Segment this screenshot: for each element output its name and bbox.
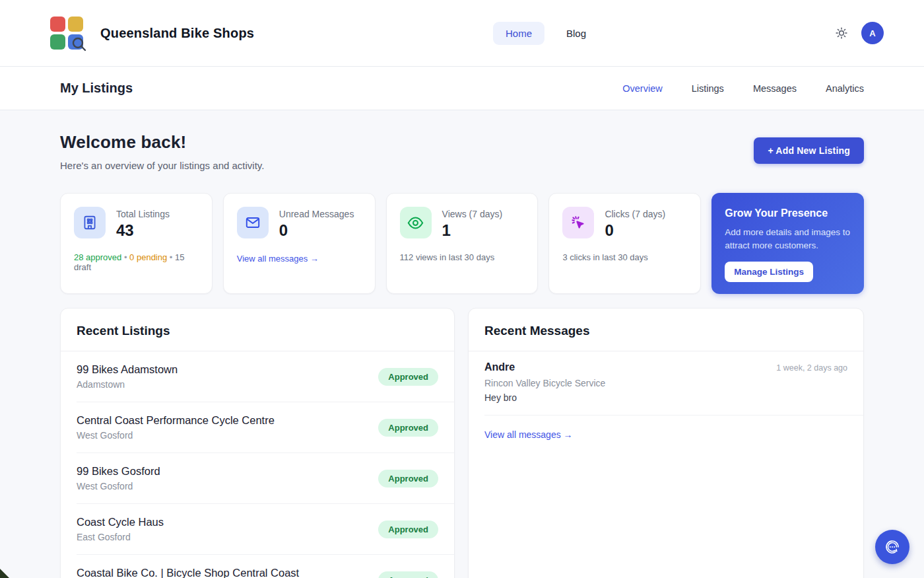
view-all-messages-link[interactable]: View all messages →: [484, 429, 573, 440]
main-content: Welcome back! Here's an overview of your…: [60, 132, 864, 578]
pending-count: 0 pending: [129, 252, 167, 262]
tab-overview[interactable]: Overview: [622, 83, 662, 94]
chat-widget-button[interactable]: [875, 530, 909, 564]
mail-icon: [237, 207, 269, 238]
stat-value: 43: [116, 221, 170, 240]
stat-label: Views (7 days): [442, 207, 503, 219]
stat-value: 0: [605, 221, 665, 240]
messages-footer: View all messages →: [469, 415, 863, 454]
promo-body: Add more details and images to attract m…: [725, 226, 852, 253]
app-header: Queensland Bike Shops Home Blog A: [0, 0, 924, 67]
status-badge: Approved: [378, 521, 438, 538]
listing-name: Coastal Bike Co. | Bicycle Shop Central …: [77, 567, 299, 578]
tab-analytics[interactable]: Analytics: [826, 83, 864, 94]
magnifier-icon: [71, 36, 87, 52]
stat-card-views: Views (7 days) 1 112 views in last 30 da…: [386, 193, 539, 294]
listing-row[interactable]: 99 Bikes Adamstown Adamstown Approved: [77, 351, 454, 402]
message-row[interactable]: Andre 1 week, 2 days ago Rincon Valley B…: [484, 351, 863, 415]
main-nav: Home Blog: [493, 0, 599, 66]
status-badge: Approved: [378, 571, 438, 578]
separator-dot: •: [124, 252, 127, 262]
stat-value: 1: [442, 221, 503, 240]
theme-toggle-sun-icon[interactable]: [834, 26, 849, 40]
section-header: My Listings Overview Listings Messages A…: [0, 67, 924, 110]
logo-green-square: [50, 34, 65, 50]
building-icon: [74, 207, 106, 238]
eye-icon: [400, 207, 432, 238]
status-badge: Approved: [378, 470, 438, 488]
tab-messages[interactable]: Messages: [753, 83, 797, 94]
welcome-title: Welcome back!: [60, 132, 264, 153]
stats-row: Total Listings 43 28 approved • 0 pendin…: [60, 193, 864, 294]
recent-listings-title: Recent Listings: [77, 324, 170, 338]
stat-card-unread-messages: Unread Messages 0 View all messages →: [223, 193, 376, 294]
listing-name: 99 Bikes Adamstown: [77, 363, 178, 376]
separator-dot: •: [170, 252, 173, 262]
welcome-section: Welcome back! Here's an overview of your…: [60, 132, 864, 171]
grow-presence-card: Grow Your Presence Add more details and …: [711, 193, 864, 294]
stat-meta: 3 clicks in last 30 days: [562, 252, 687, 262]
brand-title: Queensland Bike Shops: [100, 26, 254, 41]
listing-name: Central Coast Performance Cycle Centre: [77, 414, 275, 427]
message-listing: Rincon Valley Bicycle Service: [484, 378, 847, 388]
tab-listings[interactable]: Listings: [692, 83, 724, 94]
listing-row[interactable]: Central Coast Performance Cycle Centre W…: [77, 402, 454, 453]
stat-value: 0: [279, 221, 354, 240]
listing-location: Adamstown: [77, 379, 178, 390]
message-preview: Hey bro: [484, 392, 847, 403]
status-badge: Approved: [378, 368, 438, 386]
cursor-artifact: [0, 569, 9, 578]
recent-messages-header: Recent Messages: [469, 308, 863, 351]
stat-label: Clicks (7 days): [605, 207, 665, 219]
brand-logo[interactable]: [50, 14, 86, 52]
welcome-text: Welcome back! Here's an overview of your…: [60, 132, 264, 171]
listing-row[interactable]: Coastal Bike Co. | Bicycle Shop Central …: [77, 555, 454, 578]
listing-location: East Gosford: [77, 532, 164, 542]
listing-name: Coast Cycle Haus: [77, 516, 164, 528]
bottom-panels: Recent Listings 99 Bikes Adamstown Adams…: [60, 308, 864, 578]
chat-icon: [883, 538, 902, 556]
recent-listings-panel: Recent Listings 99 Bikes Adamstown Adams…: [60, 308, 455, 578]
approved-count: 28 approved: [74, 252, 121, 262]
cursor-click-icon: [562, 207, 594, 238]
promo-title: Grow Your Presence: [725, 207, 852, 219]
status-badge: Approved: [378, 419, 438, 437]
page-title: My Listings: [60, 81, 133, 96]
listing-row[interactable]: Coast Cycle Haus East Gosford Approved: [77, 504, 454, 555]
nav-item-blog[interactable]: Blog: [554, 22, 599, 45]
stat-breakdown: 28 approved • 0 pending • 15 draft: [74, 252, 199, 272]
message-time: 1 week, 2 days ago: [776, 363, 847, 373]
message-sender: Andre: [484, 361, 515, 373]
add-new-listing-button[interactable]: + Add New Listing: [754, 137, 864, 164]
nav-item-home[interactable]: Home: [493, 22, 544, 45]
user-avatar[interactable]: A: [861, 22, 884, 44]
listing-row[interactable]: 99 Bikes Gosford West Gosford Approved: [77, 453, 454, 504]
stat-label: Unread Messages: [279, 207, 354, 219]
listing-location: West Gosford: [77, 430, 275, 441]
logo-yellow-square: [68, 17, 83, 32]
header-actions: A: [834, 22, 884, 44]
recent-listings-header: Recent Listings: [61, 308, 454, 351]
listing-name: 99 Bikes Gosford: [77, 465, 160, 478]
manage-listings-button[interactable]: Manage Listings: [725, 262, 813, 282]
recent-messages-title: Recent Messages: [484, 324, 589, 338]
stat-meta: 112 views in last 30 days: [400, 252, 525, 262]
listing-location: West Gosford: [77, 481, 160, 491]
welcome-subtitle: Here's an overview of your listings and …: [60, 160, 264, 171]
stat-card-clicks: Clicks (7 days) 0 3 clicks in last 30 da…: [548, 193, 701, 294]
section-tabs: Overview Listings Messages Analytics: [622, 83, 864, 94]
view-all-messages-link[interactable]: View all messages →: [237, 254, 319, 264]
stat-card-total-listings: Total Listings 43 28 approved • 0 pendin…: [60, 193, 213, 294]
logo-red-square: [50, 17, 65, 32]
recent-messages-panel: Recent Messages Andre 1 week, 2 days ago…: [468, 308, 864, 578]
stat-label: Total Listings: [116, 207, 170, 219]
